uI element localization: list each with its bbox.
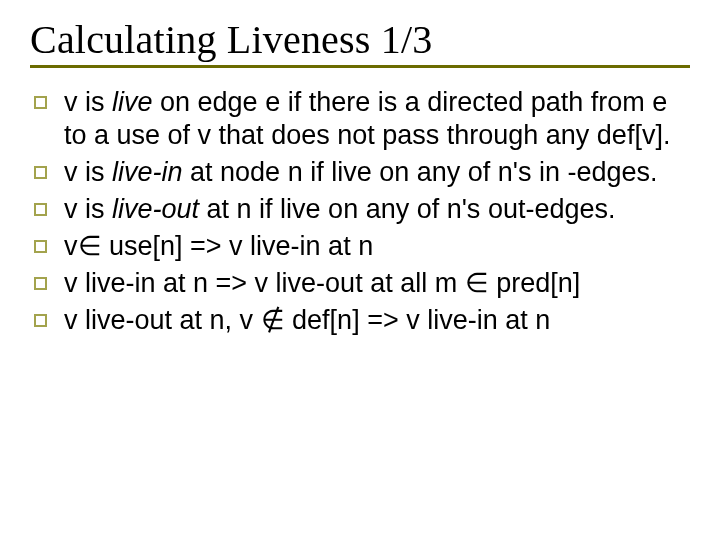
- list-item: v is live-in at node n if live on any of…: [30, 156, 696, 189]
- list-item: v live-out at n, v ∉ def[n] => v live-in…: [30, 304, 696, 337]
- list-item: v∈ use[n] => v live-in at n: [30, 230, 696, 263]
- bullet-text-pre: v∈ use[n] => v live-in at n: [64, 231, 373, 261]
- bullet-text-pre: v is: [64, 87, 112, 117]
- bullet-text-post: on edge e if there is a directed path fr…: [64, 87, 670, 150]
- bullet-text-post: at node n if live on any of n's in -edge…: [183, 157, 658, 187]
- slide: Calculating Liveness 1/3 v is live on ed…: [0, 0, 720, 540]
- bullet-text-em: live-in: [112, 157, 183, 187]
- bullet-text-em: live-out: [112, 194, 199, 224]
- bullet-text-pre: v is: [64, 194, 112, 224]
- bullet-list: v is live on edge e if there is a direct…: [30, 86, 696, 337]
- bullet-text-pre: v live-in at n => v live-out at all m ∈ …: [64, 268, 580, 298]
- page-title: Calculating Liveness 1/3: [30, 16, 696, 63]
- list-item: v is live-out at n if live on any of n's…: [30, 193, 696, 226]
- bullet-text-pre: v is: [64, 157, 112, 187]
- list-item: v is live on edge e if there is a direct…: [30, 86, 696, 152]
- bullet-text-post: at n if live on any of n's out-edges.: [199, 194, 615, 224]
- list-item: v live-in at n => v live-out at all m ∈ …: [30, 267, 696, 300]
- bullet-text-pre: v live-out at n, v ∉ def[n] => v live-in…: [64, 305, 550, 335]
- title-underline: [30, 65, 690, 68]
- bullet-text-em: live: [112, 87, 153, 117]
